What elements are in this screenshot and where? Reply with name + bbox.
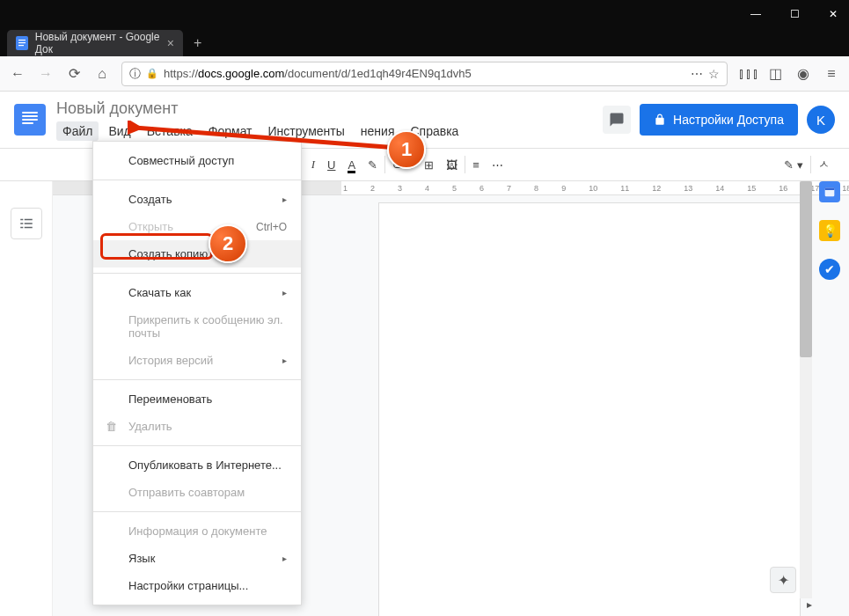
submenu-arrow-icon: ▸: [282, 356, 287, 365]
editing-mode-button[interactable]: ✎ ▾: [784, 158, 803, 172]
menu-help[interactable]: Справка: [404, 121, 465, 141]
svg-rect-4: [24, 219, 32, 221]
docs-favicon: [16, 36, 28, 50]
header-right: Настройки Доступа K: [603, 104, 835, 136]
image-button[interactable]: 🖼: [441, 155, 463, 175]
menu-bar: Файл Вид Вставка Формат Инструменты нени…: [56, 121, 592, 141]
svg-rect-7: [20, 227, 23, 229]
profile-icon[interactable]: ◉: [794, 65, 812, 82]
svg-rect-6: [24, 223, 32, 224]
menu-email-collab: Отправить соавторам: [93, 479, 301, 506]
browser-tab-strip: Новый документ - Google Док × +: [0, 28, 849, 56]
file-dropdown-menu: Совместный доступ Создать▸ ОткрытьCtrl+O…: [92, 141, 302, 605]
scrollbar-thumb[interactable]: [800, 181, 812, 357]
window-maximize[interactable]: ☐: [786, 8, 803, 20]
svg-rect-10: [825, 187, 835, 190]
submenu-arrow-icon: ▸: [282, 554, 287, 563]
menu-rename[interactable]: Переименовать: [93, 385, 301, 413]
window-minimize[interactable]: —: [747, 8, 765, 20]
explore-button[interactable]: ✦: [770, 567, 796, 593]
svg-rect-8: [24, 227, 32, 229]
svg-rect-2: [18, 45, 24, 46]
menu-make-copy[interactable]: Создать копию: [93, 240, 301, 268]
menu-file[interactable]: Файл: [56, 121, 99, 141]
text-color-button[interactable]: A: [342, 155, 361, 175]
browser-tab[interactable]: Новый документ - Google Док ×: [7, 30, 183, 56]
menu-format[interactable]: Формат: [202, 121, 259, 141]
menu-open[interactable]: ОткрытьCtrl+O: [93, 213, 301, 240]
back-button[interactable]: ←: [9, 66, 26, 82]
window-titlebar: — ☐ ✕: [0, 0, 849, 28]
user-avatar[interactable]: K: [807, 106, 835, 134]
vertical-scrollbar[interactable]: [800, 181, 812, 598]
url-more-icon[interactable]: ⋯: [691, 67, 703, 81]
comments-button[interactable]: [603, 106, 631, 134]
share-button[interactable]: Настройки Доступа: [640, 104, 798, 136]
align-button[interactable]: ≡: [467, 155, 485, 175]
document-page[interactable]: [378, 202, 801, 616]
menu-insert[interactable]: Вставка: [141, 121, 199, 141]
left-gutter: [0, 181, 53, 616]
menu-delete: 🗑Удалить: [93, 413, 301, 440]
menu-language[interactable]: Язык▸: [93, 545, 301, 572]
scroll-right-arrow[interactable]: ▸: [807, 598, 812, 611]
menu-page-setup[interactable]: Настройки страницы...: [93, 572, 301, 599]
svg-rect-1: [18, 42, 26, 43]
tasks-addon-icon[interactable]: ✔: [819, 259, 840, 280]
menu-publish[interactable]: Опубликовать в Интернете...: [93, 451, 301, 479]
reload-button[interactable]: ⟳: [65, 65, 83, 82]
link-button[interactable]: ⊂⊃: [387, 155, 417, 175]
lock-icon: 🔒: [146, 68, 158, 79]
tab-close-icon[interactable]: ×: [167, 36, 174, 50]
trash-icon: 🗑: [106, 420, 117, 433]
svg-rect-5: [20, 223, 23, 224]
docs-header: Новый документ Файл Вид Вставка Формат И…: [0, 92, 849, 148]
side-panel: 💡 ✔: [814, 181, 845, 280]
url-bar[interactable]: ⓘ 🔒 https://docs.google.com/document/d/1…: [121, 62, 728, 86]
new-tab-button[interactable]: +: [194, 35, 201, 51]
menu-doc-info: Информация о документе: [93, 517, 301, 545]
outline-button[interactable]: [11, 208, 42, 239]
docs-title-area: Новый документ Файл Вид Вставка Формат И…: [56, 99, 592, 141]
url-text: https://docs.google.com/document/d/1ed1q…: [164, 67, 685, 80]
docs-logo[interactable]: [14, 104, 46, 136]
url-star-icon[interactable]: ☆: [708, 67, 720, 81]
menu-share[interactable]: Совместный доступ: [93, 147, 301, 174]
menu-tools[interactable]: Инструменты: [262, 121, 351, 141]
more-button[interactable]: ⋯: [487, 155, 509, 175]
menu-email-attach: Прикрепить к сообщению эл. почты: [93, 306, 301, 347]
submenu-arrow-icon: ▸: [282, 194, 287, 204]
calendar-addon-icon[interactable]: [819, 181, 840, 202]
home-button[interactable]: ⌂: [93, 66, 111, 82]
svg-rect-0: [18, 40, 26, 40]
keep-addon-icon[interactable]: 💡: [819, 220, 840, 241]
menu-icon[interactable]: ≡: [823, 66, 840, 82]
library-icon[interactable]: ⫿⫿⫿: [738, 66, 756, 82]
sidebar-icon[interactable]: ◫: [766, 65, 784, 82]
forward-button[interactable]: →: [37, 66, 55, 82]
share-button-label: Настройки Доступа: [673, 113, 784, 127]
window-close[interactable]: ✕: [824, 8, 842, 20]
expand-button[interactable]: ㅅ: [818, 157, 830, 172]
italic-button[interactable]: I: [306, 154, 320, 175]
submenu-arrow-icon: ▸: [282, 288, 287, 297]
menu-view[interactable]: Вид: [102, 121, 136, 141]
highlight-button[interactable]: ✎: [362, 155, 383, 175]
underline-button[interactable]: U: [322, 155, 340, 175]
info-icon: ⓘ: [129, 66, 141, 82]
browser-nav-bar: ← → ⟳ ⌂ ⓘ 🔒 https://docs.google.com/docu…: [0, 56, 849, 92]
menu-addons[interactable]: нения: [355, 121, 401, 141]
document-title[interactable]: Новый документ: [56, 99, 592, 118]
tab-title: Новый документ - Google Док: [35, 31, 160, 55]
menu-new[interactable]: Создать▸: [93, 186, 301, 213]
menu-download-as[interactable]: Скачать как▸: [93, 279, 301, 306]
comment-button[interactable]: ⊞: [419, 155, 439, 175]
svg-rect-3: [20, 219, 23, 221]
menu-version-history: История версий▸: [93, 347, 301, 374]
